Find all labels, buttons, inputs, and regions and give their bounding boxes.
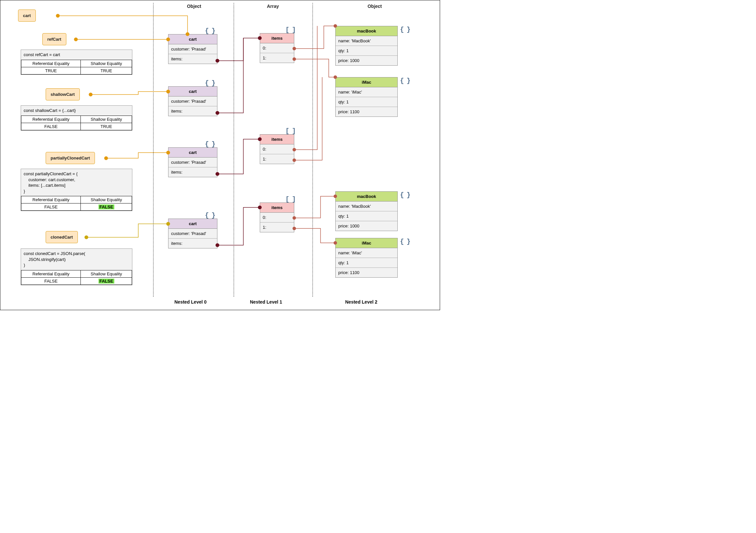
items-title: items: [260, 203, 294, 213]
items-title: items: [260, 135, 294, 144]
svg-point-4: [89, 93, 92, 96]
bottom-label-l2: Nested Level 2: [345, 299, 377, 305]
macbook-object-1: macBook name: 'MacBook' qty: 1 price: 10…: [335, 26, 398, 66]
braces-icon: { }: [205, 27, 215, 35]
items-array-1: items 0: 1:: [260, 33, 294, 63]
cart-title: cart: [169, 87, 217, 96]
panel-shallowCart: const shallowCart = {...cart} Referentia…: [21, 105, 132, 131]
cart-object-2: cart customer: 'Prasad' items:: [168, 86, 217, 116]
macbook-name: name: 'MacBook': [336, 201, 397, 211]
braces-icon: { }: [400, 77, 410, 85]
items-idx1: 1:: [260, 53, 294, 63]
th-ref: Referential Equality: [21, 60, 81, 67]
panel-refCart: const refCart = cart Referential Equalit…: [21, 50, 132, 75]
td-ref-val: FALSE: [21, 123, 81, 130]
source-refCart: refCart: [42, 33, 66, 45]
imac-object-2: iMac name: 'iMac' qty: 1 price: 1100: [335, 238, 398, 278]
th-shal: Shallow Equality: [81, 270, 132, 277]
braces-icon: { }: [205, 212, 215, 219]
svg-point-0: [56, 14, 60, 17]
imac-qty: qty: 1: [336, 97, 397, 107]
bottom-label-l1: Nested Level 1: [250, 299, 282, 305]
svg-point-6: [104, 157, 108, 160]
td-ref-val: FALSE: [21, 203, 81, 211]
items-idx0: 0:: [260, 43, 294, 53]
th-ref: Referential Equality: [21, 115, 81, 123]
td-shal-val: FALSE: [81, 203, 132, 211]
svg-point-2: [74, 38, 77, 41]
cart-items: items:: [169, 239, 217, 248]
cart-object-4: cart customer: 'Prasad' items:: [168, 218, 217, 248]
code-shallowCart: const shallowCart = {...cart}: [21, 106, 132, 115]
code-clonedCart: const clonedCart = JSON.parse( JSON.stri…: [21, 249, 132, 270]
cart-title: cart: [169, 35, 217, 44]
source-shallowCart: shallowCart: [46, 88, 80, 100]
th-ref: Referential Equality: [21, 270, 81, 277]
separator-1: [153, 3, 154, 297]
cart-customer: customer: 'Prasad': [169, 229, 217, 239]
col-header-object1: Object: [175, 4, 214, 9]
imac-title: iMac: [336, 77, 397, 87]
col-header-array: Array: [253, 4, 293, 9]
cart-items: items:: [169, 167, 217, 177]
td-ref-val: TRUE: [21, 67, 81, 74]
cart-customer: customer: 'Prasad': [169, 44, 217, 54]
imac-price: price: 1100: [336, 268, 397, 277]
brackets-icon: [ ]: [285, 127, 295, 135]
imac-price: price: 1100: [336, 107, 397, 116]
braces-icon: { }: [400, 191, 410, 199]
cart-title: cart: [169, 148, 217, 158]
imac-name: name: 'iMac': [336, 87, 397, 97]
macbook-title: macBook: [336, 26, 397, 36]
cart-customer: customer: 'Prasad': [169, 158, 217, 167]
source-partiallyClonedCart: partiallyClonedCart: [46, 152, 95, 164]
macbook-title: macBook: [336, 192, 397, 201]
cart-items: items:: [169, 54, 217, 64]
imac-name: name: 'iMac': [336, 248, 397, 258]
table-refCart: Referential Equality Shallow Equality TR…: [21, 60, 132, 74]
diagram-canvas: Object Array Object cart refCart shallow…: [0, 0, 440, 310]
macbook-qty: qty: 1: [336, 211, 397, 221]
col-header-object2: Object: [355, 4, 394, 9]
cart-title: cart: [169, 219, 217, 229]
table-shallowCart: Referential Equality Shallow Equality FA…: [21, 115, 132, 130]
td-shal-val: TRUE: [81, 67, 132, 74]
cart-object-3: cart customer: 'Prasad' items:: [168, 147, 217, 177]
imac-qty: qty: 1: [336, 258, 397, 268]
imac-object-1: iMac name: 'iMac' qty: 1 price: 1100: [335, 77, 398, 117]
panel-clonedCart: const clonedCart = JSON.parse( JSON.stri…: [21, 248, 132, 285]
code-partiallyClonedCart: const partiallyClonedCart = { customer: …: [21, 169, 132, 196]
items-idx1: 1:: [260, 222, 294, 232]
td-shal-val: FALSE: [81, 277, 132, 285]
table-clonedCart: Referential Equality Shallow Equality FA…: [21, 270, 132, 285]
braces-icon: { }: [400, 238, 410, 245]
items-array-3: items 0: 1:: [260, 202, 294, 232]
braces-icon: { }: [400, 26, 410, 34]
source-clonedCart: clonedCart: [46, 231, 78, 243]
code-refCart: const refCart = cart: [21, 50, 132, 60]
th-shal: Shallow Equality: [81, 196, 132, 203]
separator-3: [312, 3, 313, 297]
table-partiallyClonedCart: Referential Equality Shallow Equality FA…: [21, 196, 132, 211]
panel-partiallyClonedCart: const partiallyClonedCart = { customer: …: [21, 169, 132, 211]
macbook-qty: qty: 1: [336, 46, 397, 56]
items-idx1: 1:: [260, 154, 294, 164]
macbook-price: price: 1000: [336, 56, 397, 65]
cart-object-1: cart customer: 'Prasad' items:: [168, 34, 217, 64]
brackets-icon: [ ]: [285, 196, 295, 203]
braces-icon: { }: [205, 79, 215, 87]
imac-title: iMac: [336, 238, 397, 248]
th-shal: Shallow Equality: [81, 60, 132, 67]
items-idx0: 0:: [260, 144, 294, 154]
td-shal-val: TRUE: [81, 123, 132, 130]
items-array-2: items 0: 1:: [260, 134, 294, 164]
bottom-label-l0: Nested Level 0: [175, 299, 206, 305]
th-shal: Shallow Equality: [81, 115, 132, 123]
cart-items: items:: [169, 106, 217, 116]
macbook-object-2: macBook name: 'MacBook' qty: 1 price: 10…: [335, 191, 398, 231]
cart-customer: customer: 'Prasad': [169, 96, 217, 106]
th-ref: Referential Equality: [21, 196, 81, 203]
items-idx0: 0:: [260, 213, 294, 222]
td-ref-val: FALSE: [21, 277, 81, 285]
braces-icon: { }: [205, 140, 215, 148]
